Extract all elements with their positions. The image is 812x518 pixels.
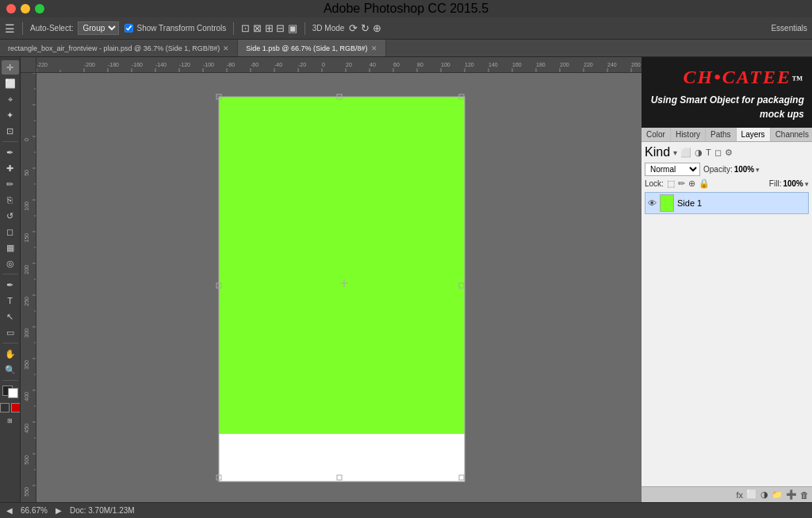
layer-name: Side 1 bbox=[677, 198, 702, 208]
add-layer-mask-icon[interactable]: ⬜ bbox=[746, 489, 757, 500]
lock-position-icon[interactable]: ⊕ bbox=[688, 178, 695, 189]
toolbar-sep-3 bbox=[304, 22, 305, 35]
magic-wand-tool[interactable]: ✦ bbox=[2, 108, 19, 122]
background-color[interactable] bbox=[8, 388, 18, 398]
tool-sep-1 bbox=[2, 141, 18, 142]
group-layers-icon[interactable]: 📁 bbox=[772, 489, 783, 500]
tab-color[interactable]: Color bbox=[642, 128, 671, 141]
layer-row[interactable]: 👁 Side 1 bbox=[645, 192, 809, 214]
svg-text:80: 80 bbox=[417, 62, 423, 67]
app-title: Adobe Photoshop CC 2015.5 bbox=[324, 2, 488, 16]
essentials-label[interactable]: Essentials bbox=[771, 24, 807, 33]
kind-filter-shape[interactable]: ◻ bbox=[714, 148, 722, 158]
auto-select-dropdown[interactable]: Group bbox=[78, 21, 119, 35]
standard-mode[interactable] bbox=[0, 403, 10, 412]
svg-text:-40: -40 bbox=[274, 62, 282, 67]
svg-text:-220: -220 bbox=[36, 62, 48, 67]
blur-tool[interactable]: ◎ bbox=[2, 256, 19, 271]
tab-layers[interactable]: Layers bbox=[737, 128, 771, 141]
close-button[interactable] bbox=[6, 4, 16, 13]
new-layer-icon[interactable]: ➕ bbox=[786, 489, 797, 500]
eyedropper-tool[interactable]: ✒ bbox=[2, 145, 19, 159]
fill-arrow[interactable]: ▾ bbox=[805, 180, 809, 188]
svg-text:-100: -100 bbox=[203, 62, 214, 67]
hand-tool[interactable]: ✋ bbox=[2, 347, 19, 361]
delete-layer-icon[interactable]: 🗑 bbox=[800, 490, 809, 500]
gradient-tool[interactable]: ▦ bbox=[2, 240, 19, 255]
show-transform-checkbox[interactable]: Show Transform Controls bbox=[124, 23, 226, 33]
opacity-label: Opacity: bbox=[703, 165, 733, 174]
status-bar: ◀ 66.67% ▶ Doc: 3.70M/1.23M bbox=[0, 502, 812, 518]
menu-icon[interactable]: ☰ bbox=[5, 22, 15, 35]
svg-text:160: 160 bbox=[512, 62, 522, 67]
fill-row: Fill: 100% ▾ bbox=[769, 179, 809, 188]
tool-sep-2 bbox=[2, 274, 18, 274]
lock-all-icon[interactable]: 🔒 bbox=[699, 178, 710, 189]
svg-text:300: 300 bbox=[24, 328, 29, 338]
svg-text:-160: -160 bbox=[132, 62, 143, 67]
kind-dropdown-arrow[interactable]: ▾ bbox=[673, 148, 677, 157]
tab-main-file[interactable]: rectangle_box_air_frontview - plain.psd … bbox=[0, 40, 238, 56]
svg-text:240: 240 bbox=[607, 62, 617, 67]
svg-text:120: 120 bbox=[465, 62, 474, 67]
blend-mode-select[interactable]: Normal bbox=[645, 163, 700, 176]
stamp-tool[interactable]: ⎘ bbox=[2, 193, 19, 207]
shape-tool[interactable]: ▭ bbox=[2, 325, 19, 340]
tools-panel: ✛ ⬜ ⌖ ✦ ⊡ ✒ ✚ ✏ ⎘ ↺ ◻ ▦ ◎ ✒ T ↖ ▭ ✋ 🔍 ⊞ bbox=[0, 57, 21, 502]
tab-history[interactable]: History bbox=[671, 128, 706, 141]
brush-tool[interactable]: ✏ bbox=[2, 177, 19, 191]
pen-tool[interactable]: ✒ bbox=[2, 278, 19, 292]
tab-main-close[interactable]: ✕ bbox=[223, 44, 229, 52]
layer-thumbnail bbox=[660, 194, 674, 212]
lock-transparent-icon[interactable]: ⬚ bbox=[667, 178, 675, 189]
fx-icon[interactable]: fx bbox=[736, 490, 743, 500]
opacity-value[interactable]: 100% bbox=[734, 165, 755, 174]
opacity-arrow[interactable]: ▾ bbox=[756, 166, 760, 174]
tab-side1[interactable]: Side 1.psb @ 66.7% (Side 1, RGB/8#) ✕ bbox=[238, 40, 385, 56]
svg-text:200: 200 bbox=[24, 265, 29, 274]
svg-text:-140: -140 bbox=[155, 62, 167, 67]
crop-tool[interactable]: ⊡ bbox=[2, 124, 19, 138]
kind-filter-smart[interactable]: ⚙ bbox=[725, 148, 733, 158]
status-right-arrow[interactable]: ▶ bbox=[56, 506, 62, 515]
tab-side1-close[interactable]: ✕ bbox=[371, 44, 377, 52]
lock-paint-icon[interactable]: ✏ bbox=[678, 178, 685, 189]
text-tool[interactable]: T bbox=[2, 294, 19, 308]
svg-rect-0 bbox=[36, 57, 642, 72]
layer-visibility-icon[interactable]: 👁 bbox=[648, 198, 657, 208]
document-canvas bbox=[36, 73, 642, 502]
kind-filter-pixel[interactable]: ⬜ bbox=[680, 148, 691, 158]
svg-text:-80: -80 bbox=[227, 62, 235, 67]
adjustment-layer-icon[interactable]: ◑ bbox=[760, 489, 768, 500]
color-swatches[interactable] bbox=[2, 386, 18, 398]
kind-filter-adj[interactable]: ◑ bbox=[695, 148, 703, 158]
zoom-tool[interactable]: 🔍 bbox=[2, 363, 19, 377]
svg-text:-180: -180 bbox=[108, 62, 119, 67]
svg-text:50: 50 bbox=[24, 170, 29, 176]
history-brush-tool[interactable]: ↺ bbox=[2, 209, 19, 223]
tool-sep-3 bbox=[2, 343, 18, 343]
canvas-area[interactable]: -220 -200 -180 -160 -140 -120 -100 -80 bbox=[21, 57, 642, 502]
opacity-row: Opacity: 100% ▾ bbox=[703, 165, 760, 174]
tab-channels[interactable]: Channels bbox=[771, 128, 812, 141]
blend-row: Normal Opacity: 100% ▾ bbox=[645, 163, 809, 176]
healing-tool[interactable]: ✚ bbox=[2, 161, 19, 175]
minimize-button[interactable] bbox=[21, 4, 30, 13]
lasso-tool[interactable]: ⌖ bbox=[2, 92, 19, 106]
fill-value[interactable]: 100% bbox=[783, 179, 803, 188]
tab-paths[interactable]: Paths bbox=[706, 128, 737, 141]
quick-mask-mode[interactable] bbox=[11, 403, 21, 412]
status-left-arrow[interactable]: ◀ bbox=[6, 506, 13, 515]
maximize-button[interactable] bbox=[35, 4, 44, 13]
svg-text:-20: -20 bbox=[298, 62, 306, 67]
kind-label: Kind bbox=[645, 145, 670, 159]
marquee-tool[interactable]: ⬜ bbox=[2, 76, 19, 90]
svg-text:40: 40 bbox=[370, 62, 376, 67]
screen-mode[interactable]: ⊞ bbox=[7, 417, 13, 424]
eraser-tool[interactable]: ◻ bbox=[2, 224, 19, 239]
move-tool[interactable]: ✛ bbox=[2, 60, 19, 75]
toolbar: ☰ Auto-Select: Group Show Transform Cont… bbox=[0, 17, 812, 40]
window-controls bbox=[6, 4, 44, 13]
kind-filter-text[interactable]: T bbox=[706, 148, 711, 157]
path-select-tool[interactable]: ↖ bbox=[2, 309, 19, 324]
